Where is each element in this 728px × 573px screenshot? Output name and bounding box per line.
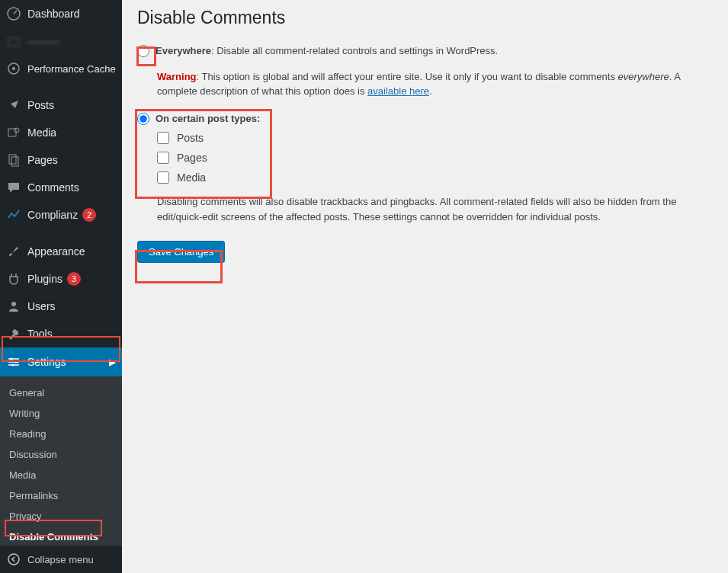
sidebar-item-media[interactable]: Media	[0, 119, 122, 146]
option-everywhere-text: Everywhere: Disable all comment-related …	[156, 43, 713, 59]
sidebar-item-blurred[interactable]: ———	[0, 27, 122, 55]
dashboard-icon	[6, 6, 21, 21]
submenu-reading[interactable]: Reading	[0, 424, 122, 444]
collapse-menu[interactable]: Collapse menu	[0, 546, 122, 573]
user-icon	[6, 299, 21, 314]
sidebar-label: Complianz	[27, 209, 78, 221]
sidebar-label: Media	[27, 126, 56, 139]
sidebar-item-dashboard[interactable]: Dashboard	[0, 0, 122, 27]
warning-text: : This option is global and will affect …	[197, 71, 618, 82]
warning-block: Warning: This option is global and will …	[157, 69, 713, 99]
comment-icon	[6, 180, 21, 195]
complianz-icon	[6, 207, 21, 222]
main-content: Disable Comments Everywhere: Disable all…	[122, 0, 728, 573]
store-icon	[6, 34, 21, 49]
checkbox-label: Posts	[177, 132, 204, 144]
svg-point-5	[14, 128, 19, 133]
sidebar-item-plugins[interactable]: Plugins 3	[0, 265, 122, 293]
sidebar-label: Comments	[27, 181, 79, 194]
sidebar-label: Appearance	[27, 245, 85, 258]
update-badge: 3	[67, 272, 81, 286]
warning-label: Warning	[157, 71, 197, 82]
settings-submenu: General Writing Reading Discussion Media…	[0, 376, 122, 553]
note-text: Disabling comments will also disable tra…	[157, 194, 713, 224]
svg-point-12	[8, 554, 19, 565]
sidebar-item-appearance[interactable]: Appearance	[0, 238, 122, 265]
page-title: Disable Comments	[137, 8, 713, 28]
pin-icon	[6, 98, 21, 113]
plugin-icon	[6, 271, 21, 286]
sidebar-item-settings[interactable]: Settings ▸	[0, 347, 122, 376]
submenu-privacy[interactable]: Privacy	[0, 506, 122, 527]
sidebar-label: ———	[27, 35, 59, 47]
svg-point-3	[12, 67, 15, 70]
checkbox-media[interactable]	[157, 171, 169, 184]
submenu-discussion[interactable]: Discussion	[0, 444, 122, 465]
sidebar-label: Tools	[27, 328, 53, 340]
sliders-icon	[6, 354, 21, 370]
brush-icon	[6, 244, 21, 259]
radio-everywhere[interactable]	[137, 45, 149, 57]
svg-rect-1	[8, 38, 19, 46]
sidebar-label: Dashboard	[27, 8, 80, 20]
sidebar-item-pages[interactable]: Pages	[0, 146, 122, 174]
posttypes-label: On certain post types:	[156, 113, 260, 124]
checkbox-row-media[interactable]: Media	[157, 171, 713, 184]
checkbox-pages[interactable]	[157, 152, 169, 164]
sidebar-label: Performance Cache	[27, 63, 116, 75]
checkbox-row-pages[interactable]: Pages	[157, 152, 713, 164]
checkbox-label: Media	[177, 171, 206, 184]
sidebar-item-tools[interactable]: Tools	[0, 320, 122, 347]
checkbox-row-posts[interactable]: Posts	[157, 132, 713, 144]
save-button[interactable]: Save Changes	[137, 241, 225, 263]
option-posttypes-text: On certain post types:	[156, 111, 713, 126]
wrench-icon	[6, 326, 21, 341]
update-badge: 2	[82, 208, 96, 222]
sidebar-item-posts[interactable]: Posts	[0, 91, 122, 119]
svg-point-10	[15, 361, 18, 363]
sidebar-label: Plugins	[27, 273, 63, 285]
submenu-writing[interactable]: Writing	[0, 403, 122, 424]
sidebar-item-users[interactable]: Users	[0, 293, 122, 320]
svg-rect-6	[9, 155, 16, 164]
sidebar-item-comments[interactable]: Comments	[0, 174, 122, 201]
submenu-permalinks[interactable]: Permalinks	[0, 485, 122, 506]
chevron-right-icon: ▸	[109, 354, 116, 370]
svg-point-11	[12, 364, 14, 367]
warning-em: everywhere	[618, 71, 669, 82]
sidebar-item-complianz[interactable]: Complianz 2	[0, 201, 122, 229]
option-posttypes-row: On certain post types:	[137, 111, 713, 126]
svg-point-8	[11, 302, 16, 306]
media-icon	[6, 125, 21, 140]
checkbox-label: Pages	[177, 152, 207, 164]
gauge-icon	[6, 61, 21, 76]
sidebar-label: Settings	[27, 356, 66, 368]
pages-icon	[6, 152, 21, 168]
submenu-general[interactable]: General	[0, 383, 122, 403]
option-everywhere-row: Everywhere: Disable all comment-related …	[137, 43, 713, 59]
collapse-label: Collapse menu	[27, 554, 94, 565]
admin-sidebar: Dashboard ——— Performance Cache Posts Me…	[0, 0, 122, 573]
svg-point-9	[11, 358, 13, 360]
collapse-icon	[6, 552, 21, 567]
sidebar-label: Posts	[27, 99, 54, 111]
sidebar-item-performance-cache[interactable]: Performance Cache	[0, 55, 122, 82]
radio-post-types[interactable]	[137, 113, 149, 125]
everywhere-label: Everywhere	[156, 45, 211, 56]
sidebar-label: Users	[27, 300, 56, 312]
svg-rect-7	[11, 157, 18, 166]
post-types-group: Posts Pages Media	[157, 132, 713, 184]
warning-link[interactable]: available here	[367, 85, 429, 97]
submenu-media[interactable]: Media	[0, 465, 122, 485]
everywhere-desc: : Disable all comment-related controls a…	[211, 45, 498, 56]
submenu-disable-comments[interactable]: Disable Comments	[0, 527, 122, 547]
checkbox-posts[interactable]	[157, 132, 169, 144]
sidebar-label: Pages	[27, 154, 58, 166]
